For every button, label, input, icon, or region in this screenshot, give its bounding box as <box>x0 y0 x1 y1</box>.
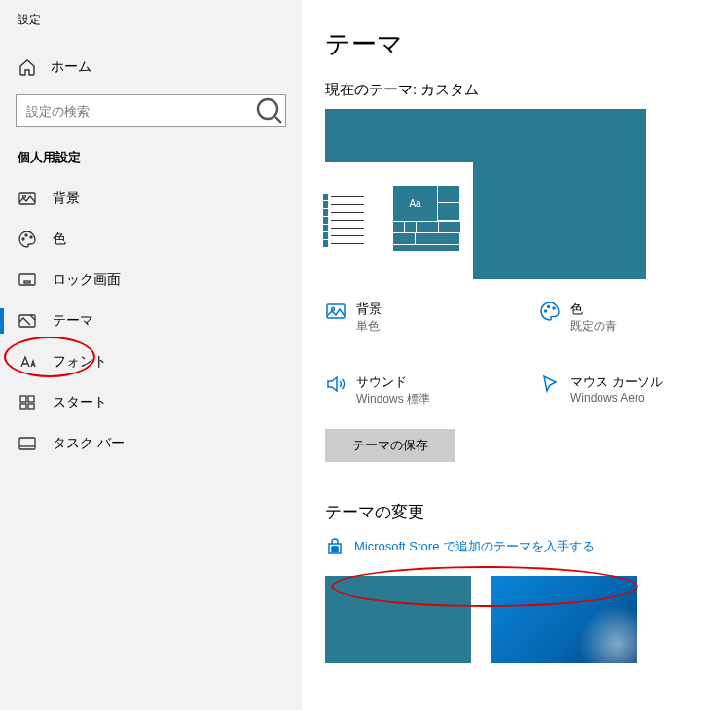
svg-rect-7 <box>24 281 30 283</box>
option-cursor[interactable]: マウス カーソルWindows Aero <box>539 373 675 408</box>
theme-thumbnails <box>325 576 705 663</box>
option-sub: Windows 標準 <box>356 391 430 408</box>
svg-point-19 <box>553 307 555 309</box>
sidebar-item-label: 色 <box>53 231 66 248</box>
home-row[interactable]: ホーム <box>0 48 302 87</box>
lockscreen-icon <box>18 270 37 290</box>
change-theme-title: テーマの変更 <box>325 501 705 523</box>
store-link-label: Microsoft Store で追加のテーマを入手する <box>354 538 595 555</box>
sound-icon <box>325 373 346 395</box>
svg-point-4 <box>25 234 27 236</box>
option-title: 色 <box>570 301 617 318</box>
taskbar-icon <box>18 434 37 453</box>
section-header: 個人用設定 <box>0 143 302 178</box>
sidebar-item-label: ロック画面 <box>53 271 121 289</box>
svg-point-18 <box>548 306 550 308</box>
option-sub: Windows Aero <box>570 391 663 405</box>
window-title: 設定 <box>0 12 302 48</box>
sidebar-item-label: テーマ <box>53 312 93 330</box>
sidebar-item-fonts[interactable]: フォント <box>0 341 302 382</box>
main-content: テーマ 現在のテーマ: カスタム Aa 背景単色 色既定の青 <box>302 0 728 710</box>
svg-rect-9 <box>20 396 26 402</box>
themes-icon <box>18 311 37 331</box>
sidebar-item-color[interactable]: 色 <box>0 219 302 260</box>
home-icon <box>18 57 37 77</box>
picture-icon <box>325 301 346 322</box>
svg-rect-10 <box>28 396 34 402</box>
sidebar-item-label: スタート <box>53 394 107 411</box>
search-box[interactable] <box>16 94 286 127</box>
palette-icon <box>18 230 37 249</box>
sidebar-item-label: フォント <box>53 353 107 371</box>
svg-point-17 <box>545 310 547 312</box>
sidebar-item-taskbar[interactable]: タスク バー <box>0 423 302 464</box>
home-label: ホーム <box>51 58 91 76</box>
theme-thumbnail[interactable] <box>491 576 637 663</box>
page-title: テーマ <box>325 27 705 61</box>
sidebar-item-start[interactable]: スタート <box>0 382 302 423</box>
sidebar-item-background[interactable]: 背景 <box>0 178 302 219</box>
option-sub: 単色 <box>356 318 382 335</box>
svg-rect-1 <box>19 193 35 204</box>
svg-rect-13 <box>19 438 35 449</box>
preview-window: Aa <box>325 162 473 279</box>
sidebar-item-lockscreen[interactable]: ロック画面 <box>0 260 302 301</box>
option-title: 背景 <box>356 301 382 318</box>
option-title: サウンド <box>356 373 430 391</box>
search-input[interactable] <box>17 104 254 119</box>
option-title: マウス カーソル <box>570 373 663 391</box>
start-icon <box>18 393 37 412</box>
option-sound[interactable]: サウンドWindows 標準 <box>325 373 461 408</box>
svg-rect-12 <box>28 404 34 409</box>
search-icon <box>254 95 285 126</box>
svg-rect-11 <box>20 404 26 409</box>
save-theme-button[interactable]: テーマの保存 <box>325 429 455 462</box>
fonts-icon <box>18 352 37 372</box>
svg-rect-20 <box>332 547 335 550</box>
option-sub: 既定の青 <box>570 318 617 335</box>
palette-icon <box>539 301 561 322</box>
current-theme-label: 現在のテーマ: カスタム <box>325 81 705 99</box>
svg-point-2 <box>23 195 26 198</box>
svg-point-5 <box>30 236 32 238</box>
svg-point-0 <box>258 99 277 119</box>
store-link[interactable]: Microsoft Store で追加のテーマを入手する <box>325 537 705 556</box>
option-background[interactable]: 背景単色 <box>325 301 461 335</box>
sidebar-item-themes[interactable]: テーマ <box>0 301 302 341</box>
theme-preview: Aa <box>325 109 646 279</box>
svg-rect-22 <box>332 550 335 552</box>
sidebar-item-label: 背景 <box>53 190 80 207</box>
store-icon <box>325 537 345 556</box>
theme-thumbnail[interactable] <box>325 576 471 663</box>
svg-point-3 <box>22 238 24 240</box>
svg-rect-23 <box>336 550 339 552</box>
option-color[interactable]: 色既定の青 <box>539 301 675 335</box>
svg-rect-21 <box>336 547 339 550</box>
preview-tile-aa: Aa <box>393 186 437 221</box>
sidebar: 設定 ホーム 個人用設定 背景 色 ロック画面 テーマ フォント <box>0 0 302 710</box>
sidebar-item-label: タスク バー <box>53 435 125 452</box>
cursor-icon <box>539 373 561 395</box>
picture-icon <box>18 189 37 208</box>
